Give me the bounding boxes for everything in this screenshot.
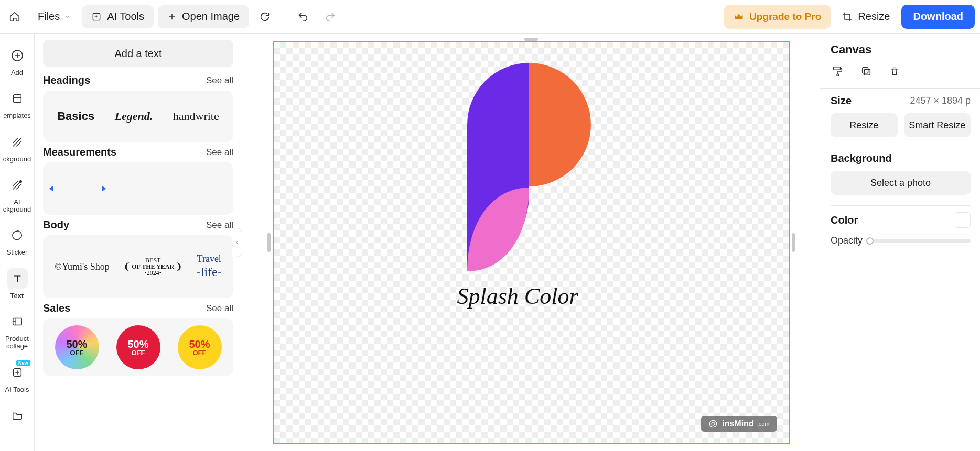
- sales-header: Sales See all: [43, 302, 233, 314]
- main-area: Add emplates ckground AI ckground Stic: [0, 34, 980, 451]
- smart-resize-button[interactable]: Smart Resize: [904, 113, 971, 137]
- right-panel: Canvas Size 2457 × 1894 p Resize Smart R…: [820, 34, 980, 451]
- rail-background[interactable]: ckground: [1, 127, 34, 167]
- ai-tools-button[interactable]: AI Tools: [82, 5, 154, 28]
- trash-icon: [889, 65, 900, 77]
- svg-rect-10: [864, 69, 870, 75]
- svg-rect-8: [834, 67, 841, 70]
- watermark-brand: insMind: [722, 419, 753, 428]
- measurements-title: Measurements: [43, 146, 116, 158]
- plus-icon: [167, 12, 177, 21]
- folder-icon: [7, 405, 28, 426]
- rail-templates[interactable]: emplates: [1, 84, 34, 124]
- body-sample-shop[interactable]: ©Yumi's Shop: [55, 261, 109, 272]
- rail-add[interactable]: Add: [1, 41, 34, 81]
- color-row: Color: [831, 212, 971, 228]
- download-button[interactable]: Download: [901, 5, 975, 29]
- rail-sticker[interactable]: Sticker: [1, 221, 34, 260]
- crop-icon: [842, 12, 853, 22]
- canvas[interactable]: Splash Color insMind.com: [273, 41, 790, 444]
- new-badge: New: [16, 360, 30, 366]
- ai-tools-label: AI Tools: [107, 10, 144, 23]
- rail-text-label: Text: [10, 292, 24, 300]
- rp-delete-button[interactable]: [887, 64, 902, 79]
- measurement-bracket-red[interactable]: [112, 186, 164, 191]
- headings-see-all[interactable]: See all: [206, 75, 233, 86]
- body-card[interactable]: ©Yumi's Shop ❨ BEST OF THE YEAR •2024• ❩…: [43, 235, 233, 298]
- sync-button[interactable]: [253, 5, 276, 28]
- undo-icon: [297, 11, 309, 23]
- body-title: Body: [43, 219, 69, 231]
- sticker-icon: [7, 225, 28, 246]
- heading-sample-handwrite[interactable]: handwrite: [173, 109, 219, 123]
- ai-hatch-icon: [7, 174, 28, 195]
- heading-sample-legend[interactable]: Legend.: [115, 109, 153, 123]
- rail-templates-label: emplates: [3, 112, 31, 119]
- measurements-header: Measurements See all: [43, 146, 233, 158]
- opacity-label: Opacity: [831, 235, 863, 246]
- rail-add-label: Add: [11, 69, 23, 76]
- sales-see-all[interactable]: See all: [206, 303, 233, 314]
- chevron-down-icon: [64, 14, 70, 20]
- sale-badge-yellow[interactable]: 50% OFF: [178, 325, 222, 369]
- measurement-dashed-pink[interactable]: [173, 186, 225, 191]
- rp-duplicate-button[interactable]: [859, 64, 874, 79]
- canvas-left-handle[interactable]: [267, 233, 271, 252]
- rp-background-icon-button[interactable]: [831, 64, 845, 79]
- paint-roller-icon: [832, 65, 844, 77]
- add-text-button[interactable]: Add a text: [43, 40, 233, 67]
- body-sample-best[interactable]: ❨ BEST OF THE YEAR •2024• ❩: [124, 257, 181, 276]
- size-value: 2457 × 1894 p: [910, 95, 971, 106]
- measurements-card[interactable]: [43, 162, 233, 215]
- select-photo-button[interactable]: Select a photo: [831, 171, 971, 195]
- duplicate-icon: [860, 65, 872, 77]
- measurement-arrow-blue[interactable]: [51, 186, 104, 191]
- color-label: Color: [831, 214, 858, 226]
- rail-ai-tools[interactable]: New AI Tools: [1, 358, 34, 398]
- measurements-see-all[interactable]: See all: [206, 147, 233, 158]
- files-menu[interactable]: Files: [30, 5, 78, 28]
- opacity-slider[interactable]: [870, 239, 971, 243]
- size-buttons: Resize Smart Resize: [831, 113, 971, 137]
- body-sample-travel[interactable]: Travel -life-: [197, 254, 222, 280]
- canvas-right-handle[interactable]: [792, 233, 795, 252]
- watermark-domain: .com: [757, 421, 770, 427]
- color-swatch[interactable]: [955, 212, 971, 228]
- rp-title: Canvas: [831, 43, 971, 57]
- redo-button: [319, 5, 342, 28]
- rail-more[interactable]: [1, 401, 34, 430]
- rail-collage-l2: collage: [6, 343, 28, 350]
- resize-button[interactable]: Resize: [831, 113, 898, 137]
- svg-rect-9: [837, 74, 839, 76]
- sale-badge-rainbow[interactable]: 50% OFF: [55, 325, 99, 369]
- toolbar-separator: [284, 7, 284, 26]
- body-header: Body See all: [43, 219, 233, 231]
- canvas-logo-shape[interactable]: [448, 57, 595, 277]
- redo-icon: [325, 11, 336, 23]
- sale-badge-red[interactable]: 50% OFF: [116, 325, 160, 369]
- headings-card[interactable]: Basics Legend. handwrite: [43, 91, 233, 142]
- sync-icon: [259, 11, 271, 23]
- svg-point-3: [19, 181, 21, 183]
- heading-sample-basics[interactable]: Basics: [57, 109, 94, 123]
- upgrade-button[interactable]: Upgrade to Pro: [724, 5, 831, 29]
- left-rail: Add emplates ckground AI ckground Stic: [0, 34, 35, 451]
- sales-card[interactable]: 50% OFF 50% OFF 50% OFF: [43, 318, 233, 376]
- headings-header: Headings See all: [43, 74, 233, 86]
- resize-top-button[interactable]: Resize: [835, 5, 897, 29]
- canvas-logo-text[interactable]: Splash Color: [457, 283, 578, 310]
- files-label: Files: [38, 10, 60, 23]
- rail-ai-tools-label: AI Tools: [5, 386, 29, 393]
- upgrade-label: Upgrade to Pro: [749, 11, 821, 23]
- size-row: Size 2457 × 1894 p: [831, 95, 971, 107]
- opacity-slider-thumb[interactable]: [866, 237, 874, 245]
- body-see-all[interactable]: See all: [206, 220, 233, 230]
- open-image-button[interactable]: Open Image: [158, 5, 249, 28]
- collapse-panel-button[interactable]: [232, 228, 242, 257]
- rail-text[interactable]: Text: [1, 264, 34, 304]
- undo-button[interactable]: [292, 5, 315, 28]
- rail-collage-l1: Product: [5, 335, 29, 343]
- rail-ai-background[interactable]: AI ckground: [1, 170, 34, 218]
- home-button[interactable]: [3, 5, 26, 28]
- rail-product-collage[interactable]: Product collage: [1, 307, 34, 355]
